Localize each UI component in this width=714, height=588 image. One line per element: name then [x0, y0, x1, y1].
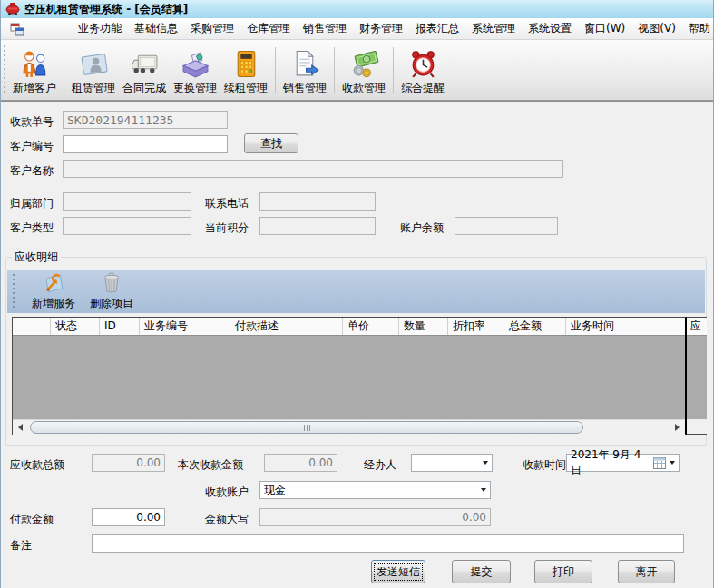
scroll-right-arrow[interactable]	[670, 420, 685, 435]
customer-name-label: 客户名称	[10, 163, 54, 179]
operator-combobox[interactable]	[411, 454, 493, 472]
scroll-left-arrow[interactable]	[13, 420, 28, 435]
operator-label: 经办人	[364, 457, 396, 473]
phone-field	[259, 192, 376, 211]
toolbar-add-customer[interactable]: 新增客户	[9, 49, 60, 98]
total-due-label: 应收款总额	[10, 457, 64, 473]
sales-document-icon	[290, 49, 320, 79]
menu-item-basic-info[interactable]: 基础信息	[128, 18, 184, 39]
department-label: 归属部门	[10, 196, 54, 211]
menu-item-system-settings[interactable]: 系统设置	[522, 18, 578, 39]
col-unit-price[interactable]: 单价	[343, 318, 399, 336]
title-bar: 空压机租赁管理系统 - [会员结算]	[1, 0, 713, 18]
customer-name-field	[63, 160, 563, 178]
add-service-tools-icon	[42, 271, 65, 295]
remark-input[interactable]	[92, 534, 684, 553]
calendar-icon	[653, 457, 666, 469]
toolbar-separator	[393, 47, 394, 93]
toolbar-contract-complete[interactable]: 合同完成	[119, 49, 170, 98]
phone-label: 联系电话	[205, 196, 249, 211]
menu-item-reports[interactable]: 报表汇总	[409, 18, 465, 39]
receivable-table: 状态 ID 业务编号 付款描述 单价 数量 折扣率 总金额 业务时间	[12, 317, 687, 435]
points-field	[259, 217, 376, 235]
amount-words-field: 0.00	[259, 508, 491, 526]
app-compressor-icon	[5, 2, 20, 16]
add-service-button[interactable]: 新增服务	[24, 271, 83, 311]
menu-item-finance[interactable]: 财务管理	[353, 18, 409, 39]
col-selector[interactable]	[13, 318, 51, 336]
toolbar-sales-management[interactable]: 销售管理	[279, 49, 330, 98]
toolbar-collection-management[interactable]: 收款管理	[338, 49, 389, 98]
toolbar-rental-management[interactable]: 租赁管理	[68, 49, 119, 98]
table-horizontal-scrollbar[interactable]	[13, 419, 685, 435]
delete-item-button[interactable]: 删除项目	[83, 271, 141, 311]
toolbar-grip[interactable]	[3, 45, 6, 94]
balance-field	[455, 217, 558, 235]
col-payment-desc[interactable]: 付款描述	[230, 318, 343, 336]
amount-words-label: 金额大写	[205, 512, 249, 527]
toolbar-separator	[275, 47, 276, 93]
add-customer-users-icon	[20, 49, 50, 79]
customer-no-label: 客户编号	[10, 139, 54, 154]
col-total[interactable]: 总金额	[504, 318, 566, 336]
table-body-empty	[13, 336, 685, 419]
chevron-down-icon	[481, 488, 486, 492]
send-sms-button[interactable]: 发送短信	[371, 560, 425, 583]
col-clipped[interactable]: 应	[687, 318, 707, 336]
collection-money-icon	[349, 49, 379, 79]
scrollbar-thumb[interactable]	[30, 421, 583, 434]
renew-calculator-icon	[231, 49, 261, 79]
balance-label: 账户余额	[400, 220, 444, 236]
remark-label: 备注	[10, 538, 32, 554]
menu-item-window[interactable]: 窗口(W)	[578, 18, 631, 39]
menu-item-warehouse[interactable]: 仓库管理	[240, 18, 297, 39]
pay-amount-input[interactable]	[92, 508, 165, 526]
toolbar-separator	[334, 47, 335, 93]
customer-no-input[interactable]	[63, 135, 228, 153]
app-window: 空压机租赁管理系统 - [会员结算] 业务功能 基础信息 采购管理 仓库管理 销…	[0, 0, 714, 588]
pay-amount-label: 付款金额	[10, 512, 54, 527]
table-clipped-column: 应	[687, 317, 707, 435]
menu-item-help[interactable]: 帮助	[682, 18, 714, 39]
detail-toolbar-grip[interactable]	[13, 274, 15, 309]
points-label: 当前积分	[205, 220, 249, 236]
col-business-time[interactable]: 业务时间	[566, 318, 685, 336]
customer-type-field	[63, 217, 191, 235]
toolbar-separator	[64, 47, 64, 93]
main-toolbar: 新增客户 租赁管理 合同完成	[1, 40, 713, 101]
contract-truck-icon	[130, 49, 160, 79]
reminder-alarm-clock-icon	[408, 49, 438, 79]
receipt-date-picker[interactable]: 2021年 9月 4日	[566, 454, 680, 472]
current-amount-label: 本次收款金额	[178, 457, 243, 473]
customer-type-label: 客户类型	[10, 220, 54, 236]
col-quantity[interactable]: 数量	[399, 318, 448, 336]
col-id[interactable]: ID	[100, 318, 140, 336]
toolbar-replace-management[interactable]: 更换管理	[170, 49, 220, 98]
delete-trash-icon	[100, 271, 123, 295]
toolbar-comprehensive-reminder[interactable]: 综合提醒	[397, 49, 448, 98]
receivable-detail-title: 应收明细	[12, 250, 61, 265]
total-due-field: 0.00	[92, 454, 165, 472]
receipt-no-field: SKD202194111235	[63, 111, 228, 129]
menu-item-purchasing[interactable]: 采购管理	[184, 18, 240, 39]
window-title: 空压机租赁管理系统 - [会员结算]	[24, 2, 188, 17]
detail-toolbar: 新增服务 删除项目	[7, 270, 705, 313]
account-label: 收款账户	[205, 485, 249, 500]
toolbar-renew-management[interactable]: 续租管理	[220, 49, 271, 98]
print-button[interactable]: 打印	[534, 560, 592, 583]
col-status[interactable]: 状态	[51, 318, 100, 336]
rental-card-icon	[79, 49, 109, 79]
receipt-no-label: 收款单号	[10, 114, 54, 130]
search-button[interactable]: 查找	[244, 133, 298, 153]
account-combobox[interactable]: 现金	[259, 481, 491, 499]
menu-item-business[interactable]: 业务功能	[72, 18, 128, 39]
menu-item-system-mgmt[interactable]: 系统管理	[465, 18, 522, 39]
submit-button[interactable]: 提交	[452, 560, 511, 583]
menu-item-view[interactable]: 视图(V)	[631, 18, 682, 39]
col-business-no[interactable]: 业务编号	[140, 318, 230, 336]
table-header-row: 状态 ID 业务编号 付款描述 单价 数量 折扣率 总金额 业务时间	[13, 318, 685, 336]
replace-device-icon	[181, 49, 210, 79]
leave-button[interactable]: 离开	[618, 560, 675, 583]
menu-item-sales[interactable]: 销售管理	[297, 18, 353, 39]
col-discount[interactable]: 折扣率	[448, 318, 504, 336]
